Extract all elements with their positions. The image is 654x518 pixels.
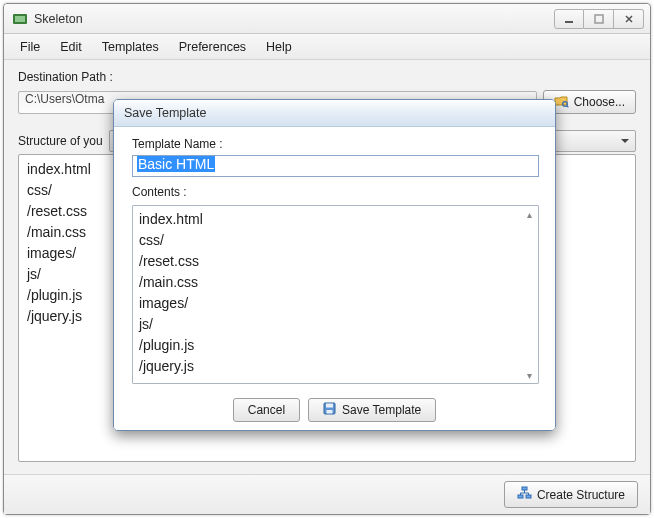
- svg-rect-10: [327, 410, 333, 414]
- scroll-up-icon[interactable]: ▴: [523, 208, 535, 220]
- app-icon: [12, 11, 28, 27]
- svg-rect-2: [565, 21, 573, 23]
- choose-button[interactable]: Choose...: [543, 90, 636, 114]
- menu-bar: File Edit Templates Preferences Help: [4, 34, 650, 60]
- save-template-label: Save Template: [342, 403, 421, 417]
- contents-textarea[interactable]: ▴ index.html css/ /reset.css /main.css i…: [132, 205, 539, 384]
- contents-line: images/: [139, 293, 532, 314]
- contents-line: js/: [139, 314, 532, 335]
- svg-rect-9: [326, 404, 333, 408]
- template-name-input[interactable]: Basic HTML: [132, 155, 539, 177]
- scroll-down-icon[interactable]: ▾: [523, 369, 535, 381]
- structure-label: Structure of you: [18, 134, 103, 148]
- main-footer: Create Structure: [4, 474, 650, 514]
- save-template-button[interactable]: Save Template: [308, 398, 436, 422]
- dialog-title: Save Template: [114, 100, 555, 127]
- cancel-button[interactable]: Cancel: [233, 398, 300, 422]
- template-name-label: Template Name :: [132, 137, 539, 151]
- contents-line: /jquery.js: [139, 356, 532, 377]
- save-template-dialog: Save Template Template Name : Basic HTML…: [113, 99, 556, 431]
- maximize-button[interactable]: [584, 9, 614, 29]
- svg-rect-5: [522, 487, 527, 490]
- svg-rect-6: [518, 495, 523, 498]
- template-name-value: Basic HTML: [137, 156, 215, 172]
- app-title: Skeleton: [34, 12, 83, 26]
- menu-preferences[interactable]: Preferences: [169, 34, 256, 59]
- contents-label: Contents :: [132, 185, 539, 199]
- disk-icon: [323, 402, 336, 418]
- create-structure-button[interactable]: Create Structure: [504, 481, 638, 508]
- tree-icon: [517, 486, 532, 503]
- svg-rect-3: [595, 15, 603, 23]
- window-controls: [554, 9, 644, 29]
- menu-file[interactable]: File: [10, 34, 50, 59]
- menu-help[interactable]: Help: [256, 34, 302, 59]
- contents-line: /main.css: [139, 272, 532, 293]
- contents-line: /plugin.js: [139, 335, 532, 356]
- cancel-button-label: Cancel: [248, 403, 285, 417]
- close-button[interactable]: [614, 9, 644, 29]
- contents-line: css/: [139, 230, 532, 251]
- svg-rect-7: [526, 495, 531, 498]
- create-structure-label: Create Structure: [537, 488, 625, 502]
- minimize-button[interactable]: [554, 9, 584, 29]
- dialog-footer: Cancel Save Template: [114, 390, 555, 430]
- menu-edit[interactable]: Edit: [50, 34, 92, 59]
- menu-templates[interactable]: Templates: [92, 34, 169, 59]
- svg-rect-1: [15, 16, 25, 22]
- contents-line: /reset.css: [139, 251, 532, 272]
- dialog-body: Template Name : Basic HTML Contents : ▴ …: [114, 127, 555, 390]
- contents-line: index.html: [139, 209, 532, 230]
- choose-button-label: Choose...: [574, 95, 625, 109]
- destination-label: Destination Path :: [18, 70, 636, 84]
- title-bar: Skeleton: [4, 4, 650, 34]
